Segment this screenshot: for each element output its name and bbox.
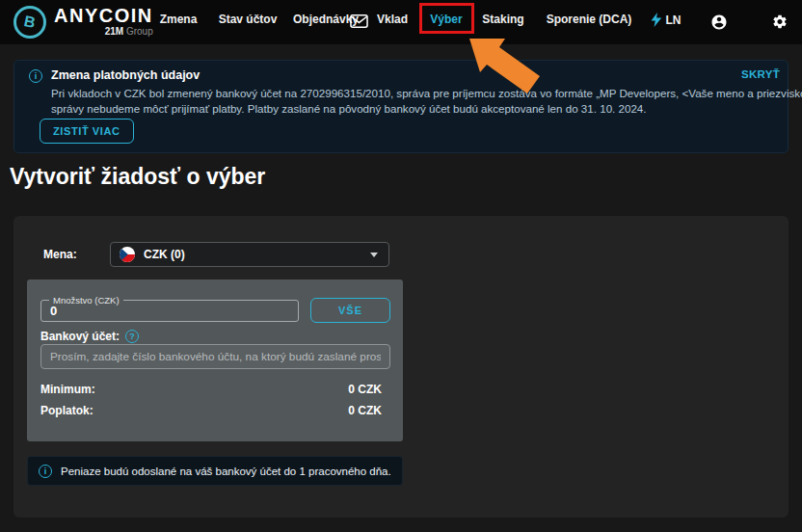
brand-sub-light: Group <box>126 26 153 37</box>
nav-item-objednavky[interactable]: Objednávky <box>293 13 359 26</box>
withdrawal-page: B ANYCOIN 21M Group Zmena Stav účtov Obj… <box>0 0 802 532</box>
logo-text: ANYCOIN 21M Group <box>54 5 153 37</box>
minimum-row: Minimum: 0 CZK <box>40 383 382 396</box>
amount-panel: Množstvo (CZK) VŠE Bankový účet: ? Minim… <box>27 279 403 441</box>
settings-button[interactable] <box>772 13 789 34</box>
currency-label: Mena: <box>43 248 77 261</box>
currency-selected-value: CZK (0) <box>144 248 370 261</box>
bitcoin-logo-icon: B <box>13 6 46 39</box>
bank-account-input[interactable] <box>40 344 390 369</box>
messages-button[interactable]: 1 <box>350 13 802 33</box>
gear-icon <box>772 13 789 30</box>
note-info-icon: i <box>39 465 52 478</box>
info-icon: i <box>29 69 42 83</box>
fee-row: Poplatok: 0 CZK <box>40 404 382 417</box>
fee-label: Poplatok: <box>40 404 94 417</box>
banner-body-line1: Pri vkladoch v CZK bol zmenený bankový ú… <box>51 87 802 99</box>
payment-change-banner: i Zmena platobných údajov Pri vkladoch v… <box>13 60 789 153</box>
max-amount-button[interactable]: VŠE <box>310 298 390 323</box>
withdrawal-form-card: Mena: CZK (0) Množstvo (CZK) VŠE Bankový… <box>13 216 789 518</box>
chevron-down-icon <box>370 253 378 257</box>
fee-value: 0 CZK <box>348 404 382 417</box>
bitcoin-glyph: B <box>22 13 37 32</box>
top-navbar: B ANYCOIN 21M Group Zmena Stav účtov Obj… <box>0 0 802 44</box>
help-icon[interactable]: ? <box>125 330 139 343</box>
bank-account-label: Bankový účet: <box>40 330 120 343</box>
banner-body-line2: správy nebudeme môcť prijímať platby. Pl… <box>51 102 647 115</box>
nav-item-stav-uctov[interactable]: Stav účtov <box>219 13 278 26</box>
bank-account-label-row: Bankový účet: ? <box>40 330 139 343</box>
brand-sub-bold: 21M <box>105 26 123 37</box>
note-text: Peniaze budú odoslané na váš bankový úče… <box>61 466 391 477</box>
page-title: Vytvoriť žiadosť o výber <box>10 164 265 190</box>
banner-title: Zmena platobných údajov <box>51 68 200 82</box>
learn-more-button[interactable]: ZISTIŤ VIAC <box>40 119 134 144</box>
brand-subtitle: 21M Group <box>105 26 153 37</box>
mail-icon <box>350 13 368 29</box>
amount-field-wrap: Množstvo (CZK) <box>40 300 299 322</box>
nav-item-zmena[interactable]: Zmena <box>160 13 198 26</box>
brand-name: ANYCOIN <box>54 5 153 26</box>
anycoin-logo[interactable]: B ANYCOIN 21M Group <box>13 5 153 39</box>
amount-label: Množstvo (CZK) <box>49 295 123 306</box>
processing-time-note: i Peniaze budú odoslané na váš bankový ú… <box>27 456 403 486</box>
minimum-label: Minimum: <box>40 383 95 396</box>
minimum-value: 0 CZK <box>348 383 382 396</box>
currency-select[interactable]: CZK (0) <box>110 242 389 267</box>
czech-flag-icon <box>120 247 135 262</box>
hide-banner-link[interactable]: SKRYŤ <box>741 68 780 80</box>
